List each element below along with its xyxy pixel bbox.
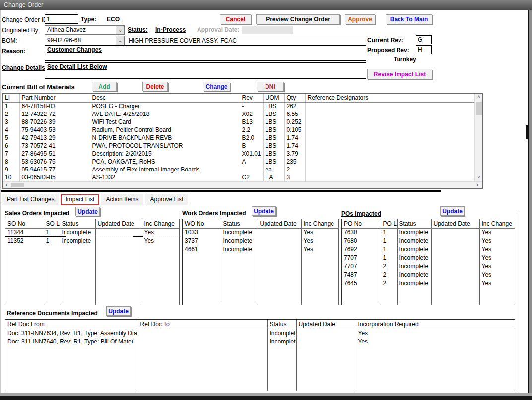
column-header[interactable]: Inc Change (142, 219, 179, 228)
cell: Yes (356, 329, 515, 337)
dni-button[interactable]: DNI (257, 82, 284, 91)
column-header[interactable]: Reference Designators (305, 94, 474, 102)
cell: 9 (3, 166, 19, 173)
column-header[interactable]: Inc Change (479, 219, 515, 228)
column-header[interactable]: Inc Change (301, 219, 338, 228)
column-header[interactable]: Status (60, 219, 95, 228)
cell: 1.74 (284, 134, 305, 142)
column-header[interactable]: LI (3, 94, 19, 102)
proposed-rev-input[interactable] (416, 45, 432, 54)
table-row[interactable]: 1003-06583-85AS-1332C2EA3 (3, 173, 474, 181)
vertical-scroll-thumb[interactable] (476, 102, 482, 115)
table-row[interactable]: Doc: 311-INN7640, Rev: R1, Type: Bill Of… (5, 337, 515, 345)
preview-change-order-button[interactable]: Preview Change Order (256, 14, 340, 24)
table-row[interactable]: 164-78158-03POSEG - Charger-LBS262 (3, 102, 474, 110)
add-button[interactable]: Add (92, 82, 117, 91)
work-orders-impacted-title: Work Orders Impacted (182, 210, 246, 217)
table-row[interactable]: 77072IncompleteYes (342, 262, 515, 270)
section-divider (1, 190, 441, 192)
table-row[interactable]: 113521IncompleteYes (5, 236, 179, 245)
tab-impact-list[interactable]: Impact List (61, 194, 99, 205)
column-header[interactable]: SO LI (44, 219, 60, 228)
table-row[interactable]: 542-79413-29N-DRIVE BACKPLANE REVBB2.0LB… (3, 134, 474, 142)
cell: 2 (381, 279, 397, 287)
column-header[interactable]: Updated Date (258, 219, 301, 228)
chevron-down-icon[interactable]: ⌄ (116, 26, 124, 34)
delete-button[interactable]: Delete (142, 82, 168, 91)
column-header[interactable]: Status (221, 219, 258, 228)
column-header[interactable]: Updated Date (95, 219, 142, 228)
approval-date-field (242, 26, 293, 34)
column-header[interactable]: Incorporation Required (356, 320, 515, 329)
column-header[interactable]: SO No (5, 219, 44, 228)
current-rev-input[interactable] (416, 35, 432, 44)
vertical-scrollbar[interactable]: ˄ ˅ (474, 94, 482, 181)
scroll-right-icon[interactable]: › (474, 182, 480, 188)
table-row[interactable]: Doc: 311-INN7634, Rev: R1, Type: Assembl… (5, 329, 515, 337)
originated-by-select[interactable]: Althea Chavez ⌄ (45, 25, 125, 35)
column-header[interactable]: Desc (90, 94, 240, 102)
table-row[interactable]: 113441IncompleteYes (5, 228, 179, 236)
column-header[interactable]: Status (267, 320, 296, 329)
back-to-main-button[interactable]: Back To Main (386, 14, 432, 24)
cell: 5 (3, 134, 19, 142)
table-row[interactable]: 388-70226-39WiFi Test CardB13LBS0.252 (3, 118, 474, 126)
chevron-down-icon[interactable]: ⌄ (116, 36, 124, 45)
table-row[interactable]: 3737IncompleteYes (183, 236, 338, 245)
change-button[interactable]: Change (203, 82, 230, 91)
table-row[interactable]: 74872IncompleteYes (342, 270, 515, 279)
tab-part-list-changes[interactable]: Part List Changes (2, 194, 59, 205)
cancel-button[interactable]: Cancel (220, 14, 251, 24)
table-row[interactable]: 727-86495-51Description: 2/20/2015X01.01… (3, 150, 474, 158)
column-header[interactable]: Ref Doc From (5, 320, 138, 329)
column-header[interactable]: Ref Doc To (138, 320, 267, 329)
column-header[interactable]: PO Li (381, 219, 397, 228)
column-header[interactable]: Status (397, 219, 431, 228)
change-details-field[interactable]: See Detail List Below (45, 62, 366, 79)
table-row[interactable]: 905-94615-77Assembly of Flex Internal Im… (3, 166, 474, 173)
sales-orders-impacted-title: Sales Orders Impacted (5, 210, 69, 217)
table-row[interactable]: 853-63076-75PCA, OAKGATE, RoHSALBS235 (3, 158, 474, 166)
cell (95, 236, 142, 245)
cell: Incomplete (221, 245, 258, 253)
column-header[interactable]: Qty (284, 94, 305, 102)
change-order-id-input[interactable] (45, 14, 78, 24)
column-header[interactable]: UOM (263, 94, 284, 102)
pos-update-button[interactable]: Update (440, 206, 465, 216)
table-row[interactable]: 475-94403-53Radium, Peltier Control Boar… (3, 126, 474, 134)
sales-update-button[interactable]: Update (75, 207, 100, 216)
column-header[interactable]: Rev (240, 94, 263, 102)
scroll-left-icon[interactable]: ‹ (4, 182, 10, 188)
header-row: PO NoPO LiStatusUpdated DateInc Change (342, 219, 515, 228)
cell: Doc: 311-INN7640, Rev: R1, Type: Bill Of… (5, 337, 138, 345)
table-row[interactable]: 673-70572-41PWA, PROTOCOL TRANSLATORBLBS… (3, 142, 474, 150)
horizontal-scrollbar[interactable]: ‹ › (3, 181, 482, 188)
cell: LBS (263, 150, 284, 158)
bom-select[interactable]: 99-82796-68 ⌄ (45, 36, 125, 45)
scroll-down-icon[interactable]: ˅ (475, 174, 483, 181)
work-update-button[interactable]: Update (252, 206, 276, 216)
scroll-up-icon[interactable]: ˄ (475, 94, 483, 101)
column-header[interactable]: Updated Date (296, 320, 356, 329)
table-row[interactable]: 76301IncompleteYes (342, 228, 515, 236)
table-row[interactable]: 212-74322-72AVL DATE: 4/25/2018X02LBS6.5… (3, 110, 474, 118)
table-row[interactable]: 76452IncompleteYes (342, 279, 515, 287)
tab-action-items[interactable]: Action Items (101, 194, 143, 205)
revise-impact-list-button[interactable]: Revise Impact List (367, 69, 432, 79)
column-header[interactable]: PO No (342, 219, 381, 228)
table-row[interactable]: 4661IncompleteYes (183, 245, 338, 253)
horizontal-scroll-thumb[interactable] (11, 183, 24, 187)
table-row[interactable]: 76801IncompleteYes (342, 236, 515, 245)
column-header[interactable]: WO No (183, 219, 221, 228)
tab-approve-list[interactable]: Approve List (145, 194, 188, 205)
reason-field[interactable]: Customer Changes (45, 45, 366, 61)
table-row[interactable]: 1033IncompleteYes (183, 228, 338, 236)
current-bom-title: Current Bill of Materials (2, 83, 75, 91)
refdocs-update-button[interactable]: Update (106, 306, 131, 316)
table-row[interactable]: 76921IncompleteYes (342, 245, 515, 253)
column-header[interactable]: Updated Date (431, 219, 479, 228)
column-header[interactable]: Part Number (19, 94, 90, 102)
bom-description-field[interactable] (127, 36, 366, 45)
table-row[interactable]: 77071IncompleteYes (342, 253, 515, 262)
approve-button[interactable]: Approve (345, 14, 375, 24)
